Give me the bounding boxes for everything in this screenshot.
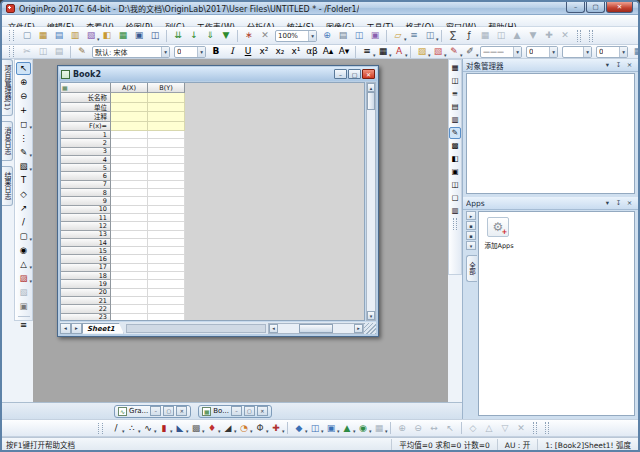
data-cell[interactable]	[148, 314, 185, 321]
tab-restore-icon[interactable]: ▢	[163, 406, 174, 416]
decrease-font-icon[interactable]: A▾	[337, 45, 352, 59]
analysis-3-icon[interactable]: ▲	[510, 29, 525, 43]
new-workbook-icon[interactable]: ▦	[36, 29, 51, 43]
3d-scatter-icon[interactable]: ◆▾	[292, 421, 307, 435]
chevron-down-icon[interactable]: ▾	[436, 36, 439, 42]
data-cell[interactable]	[148, 189, 185, 197]
style-pick-icon[interactable]: ✐▾	[463, 45, 478, 59]
rt-sort-icon[interactable]: ▥	[449, 114, 461, 126]
data-cell[interactable]	[148, 297, 185, 305]
tab-close-icon[interactable]: ✕	[257, 406, 268, 416]
fill-color-icon[interactable]: ▨▾	[415, 45, 430, 59]
superscript-icon[interactable]: x²	[257, 45, 272, 59]
rt-bars-icon[interactable]: ▥	[449, 205, 461, 217]
line-tool-icon[interactable]: /	[16, 216, 31, 229]
row-label[interactable]: 注释	[61, 112, 111, 122]
data-cell[interactable]	[111, 289, 148, 297]
chevron-down-icon[interactable]: ▾	[29, 166, 32, 172]
data-cell[interactable]	[111, 156, 148, 164]
row-number[interactable]: 9	[61, 197, 111, 205]
label-cell[interactable]	[111, 112, 148, 122]
line-symbol-plot-icon[interactable]: ∿▾	[141, 421, 156, 435]
toolbar-handle[interactable]	[589, 30, 593, 42]
line-style-combo[interactable]: ———▾	[480, 46, 522, 58]
row-number[interactable]: 22	[61, 305, 111, 313]
polygon-tool-icon[interactable]: △▾	[16, 258, 31, 271]
double-y-plot-icon[interactable]: Φ▾	[253, 421, 268, 435]
tab-minimize-icon[interactable]: –	[231, 406, 242, 416]
row-number[interactable]: 17	[61, 264, 111, 272]
chevron-down-icon[interactable]: ▾	[385, 428, 388, 434]
analysis-2-icon[interactable]: ◫	[494, 29, 509, 43]
delete-icon[interactable]: ✕	[258, 29, 273, 43]
label-cell[interactable]	[148, 112, 185, 122]
pie-chart-icon[interactable]: ◔▾	[237, 421, 252, 435]
row-number[interactable]: 8	[61, 189, 111, 197]
rt-solid-icon[interactable]: ▣	[449, 166, 461, 178]
rt-rows-icon[interactable]: ≡	[449, 88, 461, 100]
row-number[interactable]: 3	[61, 148, 111, 156]
layer-tool-icon[interactable]: ≡	[16, 319, 31, 332]
row-number[interactable]: 20	[61, 289, 111, 297]
chevron-down-icon[interactable]: ▾	[513, 47, 521, 57]
draw-data-icon[interactable]: ✎▾	[16, 146, 31, 159]
panel-pin-icon[interactable]: ↧	[613, 198, 624, 208]
shape-tool-icon[interactable]: ◇	[16, 188, 31, 201]
row-number[interactable]: 6	[61, 172, 111, 180]
add-layer-icon[interactable]: ◇	[466, 421, 481, 435]
data-cell[interactable]	[111, 280, 148, 288]
rt-half-icon[interactable]: ◧	[449, 153, 461, 165]
chevron-down-icon[interactable]: ▾	[405, 52, 408, 58]
row-label[interactable]: 单位	[61, 103, 111, 113]
data-cell[interactable]	[148, 181, 185, 189]
data-cell[interactable]	[148, 280, 185, 288]
panel-close-icon[interactable]: ×	[624, 60, 635, 70]
data-cell[interactable]	[148, 231, 185, 239]
statistics-sum-icon[interactable]: ∑	[446, 29, 461, 43]
close-button[interactable]: ✕	[606, 2, 633, 13]
chevron-down-icon[interactable]: ▾	[29, 152, 32, 158]
zoom-out-graph-icon[interactable]: ⊖	[411, 421, 426, 435]
arrow-tool-icon[interactable]: ↗	[16, 202, 31, 215]
horizontal-scroll-thumb[interactable]	[299, 324, 333, 333]
row-number[interactable]: 13	[61, 231, 111, 239]
new-project-icon[interactable]: ▢	[20, 29, 35, 43]
screen-reader-icon[interactable]: +	[16, 104, 31, 117]
zoom-in-graph-icon[interactable]: ⊕	[395, 421, 410, 435]
rescale-graph-icon[interactable]: ↔	[427, 421, 442, 435]
subscript-icon[interactable]: x₂	[273, 45, 288, 59]
zoom-combo[interactable]: 100%▾	[275, 30, 317, 42]
rt-draw-icon[interactable]: ✎	[449, 127, 461, 139]
rail-button-1[interactable]: ▸	[466, 211, 476, 220]
3d-surface-icon[interactable]: ◫▾	[308, 421, 323, 435]
apps-content[interactable]: ⚙+ 添加Apps	[478, 211, 635, 416]
column-header-A[interactable]: A(X)	[111, 83, 148, 93]
pointer-icon[interactable]: ↖	[16, 62, 31, 75]
font-size-combo[interactable]: 0▾	[174, 46, 206, 58]
maximize-button[interactable]: ▢	[586, 2, 605, 13]
label-cell[interactable]	[111, 93, 148, 103]
data-cell[interactable]	[148, 164, 185, 172]
chevron-down-icon[interactable]: ▾	[583, 47, 591, 57]
data-cell[interactable]	[111, 222, 148, 230]
row-number[interactable]: 5	[61, 164, 111, 172]
data-cell[interactable]	[148, 197, 185, 205]
rt-stats-icon[interactable]: ▤	[449, 101, 461, 113]
chevron-down-icon[interactable]: ▾	[197, 47, 205, 57]
3d-bars-icon[interactable]: ▣▾	[324, 421, 339, 435]
panel-menu-icon[interactable]: ▾	[602, 198, 613, 208]
paste-icon[interactable]: ▤	[52, 45, 67, 59]
data-cell[interactable]	[111, 148, 148, 156]
chevron-down-icon[interactable]: ▾	[308, 31, 316, 41]
layer-contents-icon[interactable]: ▽	[498, 421, 513, 435]
pattern-width-combo[interactable]: 0▾	[596, 46, 628, 58]
data-cell[interactable]	[111, 239, 148, 247]
label-cell[interactable]	[148, 93, 185, 103]
row-label[interactable]: 长名称	[61, 93, 111, 103]
data-cell[interactable]	[111, 305, 148, 313]
top-border-icon[interactable]: ▦▾	[631, 45, 640, 59]
data-cell[interactable]	[148, 272, 185, 280]
chevron-down-icon[interactable]: ▾	[282, 428, 285, 434]
data-cell[interactable]	[148, 305, 185, 313]
theme-organizer-icon[interactable]: ▣	[368, 29, 383, 43]
